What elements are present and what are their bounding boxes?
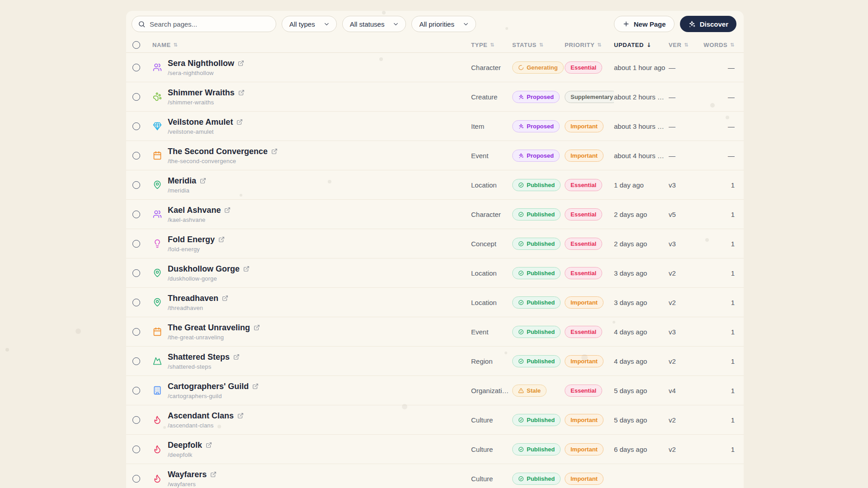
select-all-checkbox[interactable] [132, 41, 140, 49]
row-checkbox[interactable] [132, 328, 140, 336]
filter-dropdown-all-types[interactable]: All types [282, 16, 337, 32]
version-cell: v2 [669, 299, 706, 306]
page-slug: /kael-ashvane [168, 216, 231, 223]
updated-cell: 4 days ago [614, 328, 669, 336]
external-link-icon[interactable] [271, 148, 278, 155]
status-badge: Published [512, 179, 561, 191]
column-header-words[interactable]: WORDS⇅ [706, 42, 735, 48]
row-checkbox[interactable] [132, 357, 140, 365]
external-link-icon[interactable] [224, 207, 231, 213]
row-checkbox[interactable] [132, 93, 140, 101]
row-checkbox[interactable] [132, 240, 140, 248]
flame-icon [152, 415, 162, 425]
external-link-icon[interactable] [237, 413, 244, 419]
row-checkbox[interactable] [132, 64, 140, 71]
external-link-icon[interactable] [206, 442, 212, 448]
priority-label: Important [571, 123, 598, 130]
page-name[interactable]: Sera Nighthollow [168, 59, 234, 68]
status-label: Stale [527, 387, 541, 394]
external-link-icon[interactable] [243, 266, 250, 272]
column-header-ver[interactable]: VER⇅ [669, 42, 706, 48]
discover-button[interactable]: Discover [680, 16, 736, 32]
table-row[interactable]: The Second Convergence/the-second-conver… [126, 141, 744, 170]
table-row[interactable]: Cartographers' Guild/cartographers-guild… [126, 376, 744, 405]
column-header-priority[interactable]: PRIORITY⇅ [565, 42, 614, 48]
status-badge: Published [512, 355, 561, 367]
table-row[interactable]: Shimmer Wraiths/shimmer-wraithsCreatureP… [126, 82, 744, 112]
page-name[interactable]: Shimmer Wraiths [168, 88, 235, 98]
page-name[interactable]: Deepfolk [168, 441, 202, 450]
page-name[interactable]: Ascendant Clans [168, 411, 234, 421]
table-row[interactable]: Veilstone Amulet/veilstone-amuletItemPro… [126, 112, 744, 141]
calendar-icon [152, 327, 162, 337]
filter-dropdown-all-priorities[interactable]: All priorities [411, 16, 476, 32]
row-checkbox[interactable] [132, 299, 140, 306]
column-header-status[interactable]: STATUS⇅ [512, 42, 565, 48]
row-checkbox[interactable] [132, 181, 140, 189]
page-name[interactable]: Threadhaven [168, 294, 218, 303]
priority-badge: Important [565, 120, 604, 132]
search-box[interactable] [132, 16, 276, 32]
table-row[interactable]: Duskhollow Gorge/duskhollow-gorgeLocatio… [126, 258, 744, 288]
background-speckle [75, 328, 81, 334]
row-checkbox[interactable] [132, 387, 140, 394]
row-checkbox[interactable] [132, 122, 140, 130]
page-name[interactable]: Meridia [168, 176, 196, 186]
page-name[interactable]: The Great Unraveling [168, 323, 250, 333]
column-header-updated[interactable]: UPDATED↓ [614, 42, 669, 48]
page-name[interactable]: The Second Convergence [168, 147, 268, 156]
row-checkbox[interactable] [132, 269, 140, 277]
updated-cell: 6 days ago [614, 446, 669, 453]
external-link-icon[interactable] [238, 60, 244, 66]
row-checkbox[interactable] [132, 211, 140, 218]
table-row[interactable]: Shattered Steps/shattered-stepsRegionPub… [126, 347, 744, 376]
external-link-icon[interactable] [218, 236, 225, 243]
table-row[interactable]: Ascendant Clans/ascendant-clansCulturePu… [126, 405, 744, 435]
status-label: Published [527, 328, 555, 335]
external-link-icon[interactable] [236, 119, 243, 125]
page-name[interactable]: Veilstone Amulet [168, 117, 233, 127]
table-row[interactable]: Threadhaven/threadhavenLocationPublished… [126, 288, 744, 317]
version-cell: — [669, 152, 706, 160]
background-speckle [217, 425, 221, 428]
background-speckle [379, 57, 383, 61]
filter-dropdown-all-statuses[interactable]: All statuses [342, 16, 406, 32]
external-link-icon[interactable] [200, 178, 206, 184]
table-row[interactable]: The Great Unraveling/the-great-unravelin… [126, 317, 744, 347]
row-checkbox[interactable] [132, 475, 140, 483]
page-name[interactable]: Duskhollow Gorge [168, 264, 240, 274]
updated-cell: 2 days ago [614, 211, 669, 218]
table-row[interactable]: Sera Nighthollow/sera-nighthollowCharact… [126, 53, 744, 82]
column-header-type[interactable]: TYPE⇅ [471, 42, 512, 48]
users-icon [152, 209, 162, 219]
external-link-icon[interactable] [238, 89, 245, 96]
search-input[interactable] [150, 20, 270, 28]
table-row[interactable]: Meridia/meridiaLocationPublishedEssentia… [126, 170, 744, 200]
external-link-icon[interactable] [233, 354, 240, 360]
page-name[interactable]: Fold Energy [168, 235, 215, 244]
page-name[interactable]: Shattered Steps [168, 352, 230, 362]
updated-cell: 4 days ago [614, 357, 669, 365]
table-row[interactable]: Deepfolk/deepfolkCulturePublishedImporta… [126, 435, 744, 464]
column-header-name[interactable]: NAME⇅ [152, 42, 471, 48]
external-link-icon[interactable] [252, 383, 259, 389]
sort-icon: ⇅ [539, 42, 544, 48]
page-name[interactable]: Wayfarers [168, 470, 207, 479]
row-checkbox[interactable] [132, 446, 140, 453]
updated-cell: 5 days ago [614, 416, 669, 424]
page-name[interactable]: Kael Ashvane [168, 206, 221, 215]
new-page-button[interactable]: New Page [614, 16, 675, 32]
page-slug: /shimmer-wraiths [168, 99, 245, 106]
table-row[interactable]: Wayfarers/wayfarersCulturePublishedImpor… [126, 464, 744, 488]
external-link-icon[interactable] [210, 471, 217, 478]
table-row[interactable]: Kael Ashvane/kael-ashvaneCharacterPublis… [126, 200, 744, 229]
table-row[interactable]: Fold Energy/fold-energyConceptPublishedE… [126, 229, 744, 258]
row-checkbox[interactable] [132, 152, 140, 160]
page-name[interactable]: Cartographers' Guild [168, 382, 249, 391]
row-checkbox[interactable] [132, 416, 140, 424]
external-link-icon[interactable] [222, 295, 228, 301]
column-label: STATUS [512, 42, 537, 48]
check-circle-icon [518, 417, 524, 423]
check-circle-icon [518, 446, 524, 452]
external-link-icon[interactable] [254, 324, 260, 331]
